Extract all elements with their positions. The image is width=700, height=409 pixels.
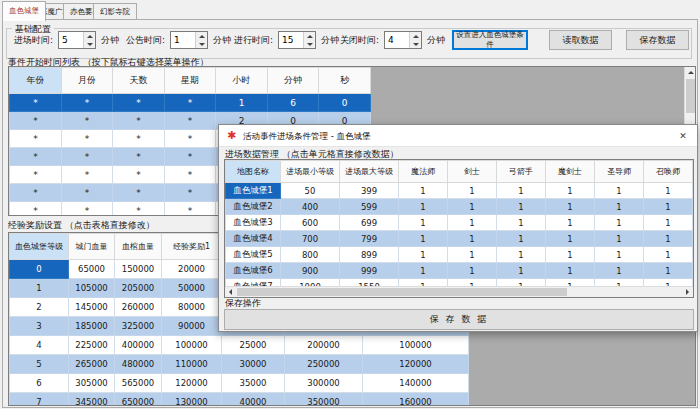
table-cell[interactable]: * <box>165 202 216 217</box>
table-cell[interactable]: 145000 <box>69 298 115 317</box>
table-cell[interactable]: 1 <box>546 215 595 231</box>
column-header[interactable]: 圣导师 <box>595 161 644 183</box>
table-cell[interactable]: 1 <box>595 263 644 279</box>
table-cell[interactable]: 140000 <box>363 374 469 393</box>
table-cell[interactable]: 50000 <box>162 279 222 298</box>
table-cell[interactable]: 350000 <box>285 393 363 407</box>
table-cell[interactable]: 700 <box>281 231 340 247</box>
set-entry-condition-button[interactable]: 设置进入血色城堡条件 <box>452 30 528 50</box>
table-cell[interactable]: 650000 <box>115 393 162 407</box>
spinner-arrows[interactable] <box>83 32 95 48</box>
table-cell[interactable]: 100000 <box>363 336 469 355</box>
table-row[interactable]: 血色城堡3600699111111 <box>226 215 693 231</box>
table-cell[interactable]: 1 <box>497 183 546 199</box>
table-cell[interactable]: 900 <box>281 263 340 279</box>
spin-up-icon[interactable] <box>304 32 315 40</box>
table-cell[interactable]: 6 <box>10 374 69 393</box>
table-row[interactable]: 血色城堡150399111111 <box>226 183 693 199</box>
table-cell[interactable]: 265000 <box>69 355 115 374</box>
table-cell[interactable]: 100000 <box>162 336 222 355</box>
table-cell[interactable]: 1 <box>448 215 497 231</box>
column-header[interactable]: 经验奖励1 <box>162 234 222 260</box>
table-cell[interactable]: 799 <box>340 231 399 247</box>
spin-down-icon[interactable] <box>304 40 315 48</box>
enter-time-spinner[interactable] <box>58 31 96 49</box>
table-cell[interactable]: 105000 <box>69 279 115 298</box>
spin-down-icon[interactable] <box>196 40 207 48</box>
table-cell[interactable]: 1 <box>399 231 448 247</box>
table-cell[interactable]: 1 <box>644 263 693 279</box>
table-cell[interactable]: 120000 <box>162 374 222 393</box>
column-header[interactable]: 召唤师 <box>644 161 693 183</box>
table-cell[interactable]: * <box>62 184 113 202</box>
scroll-left-icon[interactable] <box>225 287 236 297</box>
table-cell[interactable]: 1 <box>399 199 448 215</box>
table-cell[interactable]: * <box>62 166 113 184</box>
scrollbar-thumb[interactable] <box>686 79 695 113</box>
table-row[interactable]: ****160 <box>10 94 371 112</box>
spin-up-icon[interactable] <box>84 32 95 40</box>
notice-time-input[interactable] <box>171 32 198 48</box>
table-cell[interactable]: 600 <box>281 215 340 231</box>
table-cell[interactable]: 305000 <box>69 374 115 393</box>
table-cell[interactable]: 1 <box>595 247 644 263</box>
column-header[interactable]: 城门血量 <box>69 234 115 260</box>
table-cell[interactable]: * <box>165 166 216 184</box>
table-cell[interactable]: * <box>10 202 62 217</box>
table-row[interactable]: 血色城堡2400599111111 <box>226 199 693 215</box>
table-cell[interactable]: 150000 <box>115 260 162 279</box>
table-cell[interactable]: 399 <box>340 183 399 199</box>
table-cell[interactable]: 205000 <box>115 279 162 298</box>
column-header[interactable]: 秒 <box>319 68 371 94</box>
table-cell[interactable]: 血色城堡1 <box>226 183 281 199</box>
table-cell[interactable]: * <box>113 148 165 166</box>
close-time-input[interactable] <box>385 32 412 48</box>
table-cell[interactable]: 50 <box>281 183 340 199</box>
table-cell[interactable]: 0 <box>10 260 69 279</box>
table-cell[interactable]: * <box>113 130 165 148</box>
table-cell[interactable]: 1 <box>497 215 546 231</box>
table-row[interactable]: 血色城堡4700799111111 <box>226 231 693 247</box>
table-cell[interactable]: 225000 <box>69 336 115 355</box>
spinner-arrows[interactable] <box>409 32 421 48</box>
table-cell[interactable]: 80000 <box>162 298 222 317</box>
table-cell[interactable]: * <box>165 184 216 202</box>
table-row[interactable]: 422500040000010000025000200000100000 <box>10 336 469 355</box>
table-cell[interactable]: 480000 <box>115 355 162 374</box>
column-header[interactable]: 年份 <box>10 68 62 94</box>
table-cell[interactable]: 5 <box>10 355 69 374</box>
table-cell[interactable]: 30000 <box>222 355 285 374</box>
table-cell[interactable]: 1 <box>10 279 69 298</box>
table-cell[interactable]: 1 <box>546 199 595 215</box>
table-cell[interactable]: 1 <box>595 199 644 215</box>
column-header[interactable]: 地图名称 <box>226 161 281 183</box>
table-cell[interactable]: * <box>113 94 165 112</box>
table-cell[interactable]: * <box>113 112 165 130</box>
column-header[interactable]: 血棺血量 <box>115 234 162 260</box>
table-row[interactable]: 血色城堡6900999111111 <box>226 263 693 279</box>
spin-up-icon[interactable] <box>410 32 421 40</box>
table-cell[interactable]: 血色城堡4 <box>226 231 281 247</box>
table-cell[interactable]: 2 <box>10 298 69 317</box>
table-cell[interactable]: 120000 <box>363 355 469 374</box>
close-icon[interactable]: ✕ <box>669 125 697 146</box>
tab-blood-castle[interactable]: 血色城堡 <box>2 1 46 21</box>
column-header[interactable]: 魔剑士 <box>546 161 595 183</box>
column-header[interactable]: 进场最小等级 <box>281 161 340 183</box>
table-cell[interactable]: 1 <box>448 199 497 215</box>
table-cell[interactable]: 3 <box>10 317 69 336</box>
table-cell[interactable]: 1 <box>546 263 595 279</box>
table-cell[interactable]: * <box>10 94 62 112</box>
table-cell[interactable]: * <box>62 130 113 148</box>
table-cell[interactable]: 899 <box>340 247 399 263</box>
table-cell[interactable]: 1 <box>595 183 644 199</box>
table-cell[interactable]: 20000 <box>162 260 222 279</box>
column-header[interactable]: 血色城堡等级 <box>10 234 69 260</box>
table-cell[interactable]: 35000 <box>222 374 285 393</box>
column-header[interactable]: 剑士 <box>448 161 497 183</box>
scroll-right-icon[interactable] <box>682 287 693 297</box>
table-cell[interactable]: 1 <box>644 231 693 247</box>
table-cell[interactable]: 血色城堡2 <box>226 199 281 215</box>
table-cell[interactable]: 250000 <box>285 355 363 374</box>
dialog-save-button[interactable]: 保 存 数 据 <box>224 309 694 330</box>
